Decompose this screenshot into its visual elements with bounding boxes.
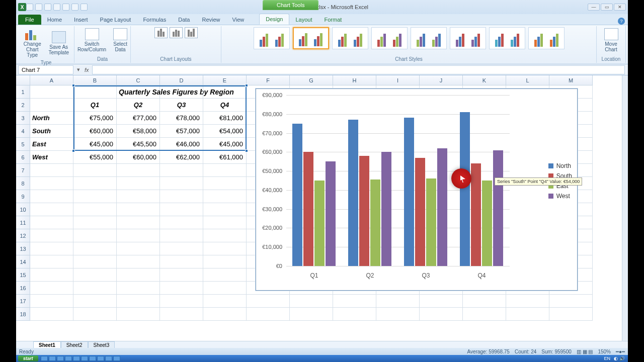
taskbar-item[interactable]: [57, 356, 64, 361]
chart-plot-area[interactable]: [286, 95, 510, 266]
cell-E17[interactable]: [203, 295, 247, 308]
cell-A1[interactable]: [30, 85, 73, 99]
tab-design[interactable]: Design: [259, 14, 289, 25]
qat-undo-icon[interactable]: [35, 4, 42, 11]
legend-item-North[interactable]: North: [548, 162, 572, 169]
sheet-tab-2[interactable]: Sheet2: [61, 341, 88, 348]
col-header-D[interactable]: D: [160, 75, 203, 85]
cell-B11[interactable]: [73, 216, 117, 229]
tab-file[interactable]: File: [18, 15, 41, 25]
cell-E7[interactable]: [203, 164, 247, 177]
cell-E18[interactable]: [203, 308, 247, 321]
cell-C1[interactable]: Quarterly Sales Figures by Region: [117, 85, 160, 99]
cell-J17[interactable]: [420, 295, 463, 308]
bar-South-Q1[interactable]: [303, 152, 313, 266]
row-header-17[interactable]: 17: [16, 295, 30, 308]
taskbar-item[interactable]: [89, 356, 96, 361]
row-header-12[interactable]: 12: [16, 229, 30, 242]
bar-West-Q2[interactable]: [381, 152, 391, 266]
switch-row-column-button[interactable]: Switch Row/Column: [75, 27, 108, 53]
cell-A14[interactable]: [30, 255, 73, 268]
cell-B13[interactable]: [73, 242, 117, 255]
bar-South-Q3[interactable]: [415, 158, 425, 266]
row-header-18[interactable]: 18: [16, 308, 30, 321]
cell-C11[interactable]: [117, 216, 160, 229]
view-buttons[interactable]: ▥ ▦ ▤: [577, 349, 593, 354]
bar-North-Q1[interactable]: [292, 124, 302, 266]
chart-style-8[interactable]: [528, 27, 565, 49]
bar-East-Q4[interactable]: [482, 180, 492, 266]
change-chart-type-button[interactable]: Change Chart Type: [21, 27, 43, 59]
namebox-dropdown-icon[interactable]: ▾: [75, 66, 82, 73]
cell-E1[interactable]: [203, 85, 247, 99]
cell-G18[interactable]: [290, 308, 333, 321]
chart-styles-gallery[interactable]: [254, 27, 565, 49]
cell-E4[interactable]: €54,000: [203, 125, 247, 138]
cell-B9[interactable]: [73, 190, 117, 203]
row-header-5[interactable]: 5: [16, 138, 30, 151]
tab-insert[interactable]: Insert: [68, 15, 94, 25]
cell-C17[interactable]: [117, 295, 160, 308]
qat-more3-icon[interactable]: [80, 4, 88, 11]
cell-E14[interactable]: [203, 255, 247, 268]
cell-C6[interactable]: €60,000: [117, 151, 160, 164]
cell-K18[interactable]: [463, 308, 506, 321]
col-header-C[interactable]: C: [117, 75, 160, 85]
taskbar-item[interactable]: [41, 356, 48, 361]
cell-C8[interactable]: [117, 177, 160, 190]
cell-B15[interactable]: [73, 268, 117, 282]
cell-D1[interactable]: [160, 85, 203, 99]
cell-B14[interactable]: [73, 255, 117, 268]
chart-layout-2[interactable]: [170, 27, 183, 38]
cell-E5[interactable]: €45,000: [203, 138, 247, 151]
cell-H17[interactable]: [333, 295, 376, 308]
cell-E9[interactable]: [203, 190, 247, 203]
col-header-K[interactable]: K: [463, 75, 506, 85]
cell-D4[interactable]: €57,000: [160, 125, 203, 138]
cell-F18[interactable]: [247, 308, 290, 321]
cell-A10[interactable]: [30, 203, 73, 216]
row-header-14[interactable]: 14: [16, 255, 30, 268]
cell-C2[interactable]: Q2: [117, 99, 160, 112]
cell-A3[interactable]: North: [30, 112, 73, 125]
qat-redo-icon[interactable]: [44, 4, 51, 11]
bar-West-Q1[interactable]: [326, 161, 336, 266]
row-header-9[interactable]: 9: [16, 190, 30, 203]
name-box[interactable]: Chart 7: [18, 65, 73, 74]
row-header-10[interactable]: 10: [16, 203, 30, 216]
cell-A2[interactable]: [30, 99, 73, 112]
cell-B7[interactable]: [73, 164, 117, 177]
cell-L18[interactable]: [506, 308, 549, 321]
row-header-8[interactable]: 8: [16, 177, 30, 190]
taskbar-item[interactable]: [113, 356, 120, 361]
cell-A9[interactable]: [30, 190, 73, 203]
sheet-tab-3[interactable]: Sheet3: [88, 341, 115, 348]
cell-B18[interactable]: [73, 308, 117, 321]
tab-formulas[interactable]: Formulas: [137, 15, 172, 25]
cell-A11[interactable]: [30, 216, 73, 229]
row-header-3[interactable]: 3: [16, 112, 30, 125]
cell-A13[interactable]: [30, 242, 73, 255]
row-header-15[interactable]: 15: [16, 268, 30, 282]
cell-E16[interactable]: [203, 282, 247, 295]
cell-A7[interactable]: [30, 164, 73, 177]
cell-A15[interactable]: [30, 268, 73, 282]
cell-C10[interactable]: [117, 203, 160, 216]
row-header-11[interactable]: 11: [16, 216, 30, 229]
cell-I18[interactable]: [376, 308, 420, 321]
quick-access-toolbar[interactable]: [26, 4, 88, 11]
row-header-7[interactable]: 7: [16, 164, 30, 177]
chart-style-2[interactable]: [293, 27, 329, 49]
zoom-slider[interactable]: ━●━: [616, 349, 625, 354]
row-header-13[interactable]: 13: [16, 242, 30, 255]
cell-D16[interactable]: [160, 282, 203, 295]
row-header-6[interactable]: 6: [16, 151, 30, 164]
cell-B16[interactable]: [73, 282, 117, 295]
embedded-chart[interactable]: €0€10,000€20,000€30,000€40,000€50,000€60…: [256, 88, 578, 291]
cell-E15[interactable]: [203, 268, 247, 282]
cell-D17[interactable]: [160, 295, 203, 308]
cell-C9[interactable]: [117, 190, 160, 203]
taskbar-item[interactable]: [105, 356, 112, 361]
taskbar-item[interactable]: [73, 356, 80, 361]
cell-E13[interactable]: [203, 242, 247, 255]
